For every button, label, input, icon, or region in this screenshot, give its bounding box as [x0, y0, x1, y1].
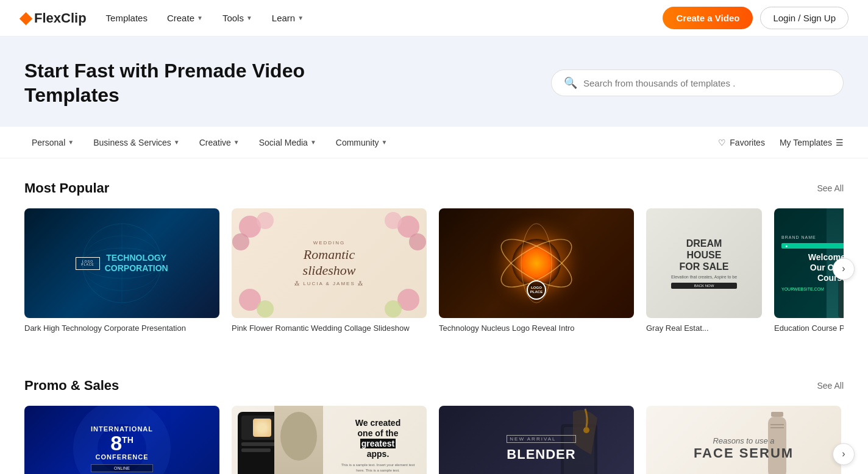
woman-photo [274, 406, 323, 474]
promo-sales-header: Promo & Sales See All [24, 378, 844, 394]
card-thumb: Reasons to use a FACE SERUM [646, 406, 841, 474]
card-inner: LOGOPLACE [439, 208, 634, 318]
category-business-services[interactable]: Business & Services ▼ [86, 134, 187, 151]
my-templates-button[interactable]: My Templates ☰ [780, 138, 844, 147]
promo-sales-section: Promo & Sales See All INTERNATIONAL 8TH … [0, 356, 868, 474]
card-inner: LOGO PLACE TECHNOLOGY CORPORATION [24, 208, 219, 318]
category-community[interactable]: Community ▼ [329, 134, 395, 151]
tech-content: LOGO PLACE TECHNOLOGY CORPORATION [76, 253, 168, 274]
chevron-down-icon: ▼ [197, 15, 203, 21]
card-thumb: INTERNATIONAL 8TH CONFERENCE ONLINE [24, 406, 219, 474]
logo-icon: ◆ [20, 9, 32, 27]
hero-section: Start Fast with Premade Video Templates … [0, 37, 868, 127]
card-inner: We createdone of thegreatestapps. This i… [232, 406, 427, 474]
svg-point-7 [232, 233, 249, 250]
tech-title: TECHNOLOGY CORPORATION [105, 253, 168, 274]
svg-point-6 [257, 212, 274, 229]
card-title: Gray Real Estat... [646, 323, 762, 334]
blender-content: NEW ARRIVAL BLENDER [497, 435, 575, 462]
template-wedding[interactable]: WEDDING Romanticslideshow ⁂ LUCIA & JAME… [232, 208, 427, 334]
template-realestate[interactable]: DREAMHOUSEFOR SALE Elevation that create… [646, 208, 762, 334]
nav-learn[interactable]: Learn ▼ [272, 13, 304, 23]
card-thumb: NEW ARRIVAL BLENDER [439, 406, 634, 474]
svg-point-9 [385, 212, 402, 229]
tech-logo: LOGO PLACE [76, 257, 99, 270]
svg-rect-27 [770, 427, 784, 428]
most-popular-section: Most Popular See All [0, 158, 868, 334]
svg-point-12 [257, 300, 274, 317]
most-popular-header: Most Popular See All [24, 180, 844, 196]
edu-content: BRAND NAME ● Welcome toOur OnlineCourse … [774, 208, 844, 318]
card-thumb: LOGOPLACE [439, 208, 634, 318]
most-popular-title: Most Popular [24, 180, 109, 196]
create-video-button[interactable]: Create a Video [663, 7, 753, 29]
card-title: Pink Flower Romantic Wedding Collage Sli… [232, 323, 427, 334]
nav-templates[interactable]: Templates [106, 13, 148, 23]
category-nav: Personal ▼ Business & Services ▼ Creativ… [0, 127, 868, 158]
search-bar: 🔍 [551, 69, 844, 96]
promo-sales-title: Promo & Sales [24, 378, 119, 394]
logo[interactable]: ◆ FlexClip [20, 9, 87, 27]
promo-sales-see-all[interactable]: See All [817, 381, 844, 391]
template-tech-corporate[interactable]: LOGO PLACE TECHNOLOGY CORPORATION Dark H… [24, 208, 219, 334]
category-social-media[interactable]: Social Media ▼ [252, 134, 324, 151]
category-personal[interactable]: Personal ▼ [24, 134, 81, 151]
svg-rect-24 [771, 412, 783, 417]
chevron-down-icon: ▼ [174, 139, 180, 146]
card-title: Education Course Promotion [774, 323, 844, 334]
card-inner: NEW ARRIVAL BLENDER [439, 406, 634, 474]
chevron-down-icon: ▼ [382, 139, 388, 146]
heart-icon: ♡ [718, 138, 726, 147]
chevron-down-icon: ▼ [246, 15, 252, 21]
card-inner: DREAMHOUSEFOR SALE Elevation that create… [646, 208, 762, 318]
layers-icon: ☰ [836, 138, 844, 147]
card-thumb: WEDDING Romanticslideshow ⁂ LUCIA & JAME… [232, 208, 427, 318]
chevron-down-icon: ▼ [68, 139, 74, 146]
navbar-right: Create a Video Login / Sign Up [663, 7, 848, 29]
favorites-button[interactable]: ♡ Favorites [718, 138, 765, 147]
search-input[interactable] [583, 78, 831, 88]
promo-sales-row: INTERNATIONAL 8TH CONFERENCE ONLINE 8th … [24, 406, 844, 474]
nav-tools[interactable]: Tools ▼ [222, 13, 252, 23]
svg-point-10 [409, 233, 426, 250]
category-nav-left: Personal ▼ Business & Services ▼ Creativ… [24, 134, 395, 151]
wedding-content: WEDDING Romanticslideshow ⁂ LUCIA & JAME… [294, 240, 364, 287]
nucleus-logo: LOGOPLACE [527, 280, 546, 300]
card-inner: INTERNATIONAL 8TH CONFERENCE ONLINE [24, 406, 219, 474]
app-text-content: We createdone of thegreatestapps. This i… [335, 418, 421, 473]
promo-sales-row-wrapper: INTERNATIONAL 8TH CONFERENCE ONLINE 8th … [24, 406, 844, 474]
most-popular-row-wrapper: LOGO PLACE TECHNOLOGY CORPORATION Dark H… [24, 208, 844, 334]
svg-point-23 [583, 427, 589, 433]
nav-create[interactable]: Create ▼ [167, 13, 203, 23]
template-nucleus[interactable]: LOGOPLACE Technology Nucleus Logo Reveal… [439, 208, 634, 334]
template-app[interactable]: We createdone of thegreatestapps. This i… [232, 406, 427, 474]
card-thumb: DREAMHOUSEFOR SALE Elevation that create… [646, 208, 762, 318]
section-gap [0, 334, 868, 356]
most-popular-next-button[interactable]: › [833, 258, 855, 280]
card-title: Dark High Technology Corporate Presentat… [24, 323, 219, 334]
search-icon: 🔍 [564, 76, 577, 90]
serum-content: Reasons to use a FACE SERUM [694, 436, 794, 461]
promo-sales-next-button[interactable]: › [833, 444, 855, 465]
svg-rect-26 [770, 424, 784, 425]
category-creative[interactable]: Creative ▼ [192, 134, 247, 151]
card-inner: WEDDING Romanticslideshow ⁂ LUCIA & JAME… [232, 208, 427, 318]
most-popular-row: LOGO PLACE TECHNOLOGY CORPORATION Dark H… [24, 208, 844, 334]
card-title: Technology Nucleus Logo Reveal Intro [439, 323, 634, 334]
template-serum[interactable]: Reasons to use a FACE SERUM Reasons to u… [646, 406, 841, 474]
conference-content: INTERNATIONAL 8TH CONFERENCE ONLINE [91, 425, 153, 472]
svg-point-14 [385, 300, 402, 317]
card-thumb: LOGO PLACE TECHNOLOGY CORPORATION [24, 208, 219, 318]
chevron-down-icon: ▼ [310, 139, 316, 146]
most-popular-see-all[interactable]: See All [817, 183, 844, 193]
hero-title: Start Fast with Premade Video Templates [24, 58, 354, 107]
template-conference[interactable]: INTERNATIONAL 8TH CONFERENCE ONLINE 8th … [24, 406, 219, 474]
card-thumb: BRAND NAME ● Welcome toOur OnlineCourse … [774, 208, 844, 318]
card-thumb: We createdone of thegreatestapps. This i… [232, 406, 427, 474]
template-blender[interactable]: NEW ARRIVAL BLENDER New Arrival Blender [439, 406, 634, 474]
card-inner: Reasons to use a FACE SERUM [646, 406, 841, 474]
navbar: ◆ FlexClip Templates Create ▼ Tools ▼ Le… [0, 0, 868, 37]
chevron-down-icon: ▼ [297, 15, 304, 21]
login-signup-button[interactable]: Login / Sign Up [760, 7, 848, 29]
logo-text: FlexClip [34, 10, 87, 26]
